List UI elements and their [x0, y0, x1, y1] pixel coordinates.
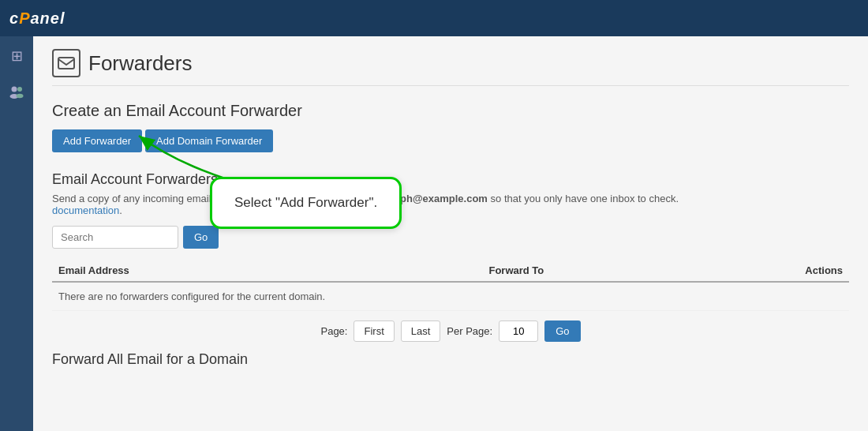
grid-icon[interactable]: ⊞ [5, 44, 28, 68]
last-page-button[interactable]: Last [401, 320, 441, 342]
main-content: Forwarders Create an Email Account Forwa… [33, 36, 868, 431]
svg-point-0 [12, 87, 17, 92]
col-forward-to: Forward To [383, 260, 650, 282]
svg-point-3 [17, 94, 24, 99]
page-label: Page: [320, 325, 347, 337]
first-page-button[interactable]: First [354, 320, 394, 342]
per-page-input[interactable] [499, 320, 538, 342]
sidebar: ⊞ [0, 36, 33, 431]
table-row-empty: There are no forwarders configured for t… [52, 282, 849, 311]
col-actions: Actions [650, 260, 849, 282]
users-icon[interactable] [5, 81, 28, 104]
search-go-button[interactable]: Go [183, 226, 219, 249]
email-account-forwarders-title: Email Account Forwarders [52, 171, 849, 188]
forwarders-description: Send a copy of any incoming email from o… [52, 193, 849, 216]
search-input[interactable] [52, 226, 178, 249]
forwarders-icon [52, 49, 80, 77]
pagination-go-button[interactable]: Go [544, 320, 580, 342]
create-section-title: Create an Email Account Forwarder [52, 102, 849, 120]
cpanel-logo: cPanel [9, 9, 65, 28]
search-row: Go [52, 226, 849, 249]
email-account-forwarders-section: Email Account Forwarders Send a copy of … [52, 171, 849, 342]
forward-all-section: Forward All Email for a Domain [52, 351, 849, 368]
create-buttons-row: Add Forwarder Add Domain Forwarder [52, 129, 849, 152]
page-title: Forwarders [88, 51, 192, 76]
documentation-link[interactable]: documentation [52, 204, 119, 216]
callout-text: Select "Add Forwarder". [234, 195, 377, 210]
col-email-address: Email Address [52, 260, 383, 282]
empty-message: There are no forwarders configured for t… [52, 282, 849, 311]
per-page-label: Per Page: [447, 325, 492, 337]
top-navigation-bar: cPanel [0, 0, 868, 36]
svg-point-2 [17, 87, 22, 92]
forwarders-table: Email Address Forward To Actions There a… [52, 260, 849, 311]
callout-tooltip: Select "Add Forwarder". [210, 177, 402, 229]
page-title-row: Forwarders [52, 49, 849, 86]
create-section: Create an Email Account Forwarder Add Fo… [52, 102, 849, 152]
pagination-row: Page: First Last Per Page: Go [52, 320, 849, 342]
add-forwarder-button[interactable]: Add Forwarder [52, 129, 142, 152]
svg-rect-4 [58, 58, 74, 69]
forward-all-title: Forward All Email for a Domain [52, 351, 849, 368]
add-domain-forwarder-button[interactable]: Add Domain Forwarder [145, 129, 273, 152]
